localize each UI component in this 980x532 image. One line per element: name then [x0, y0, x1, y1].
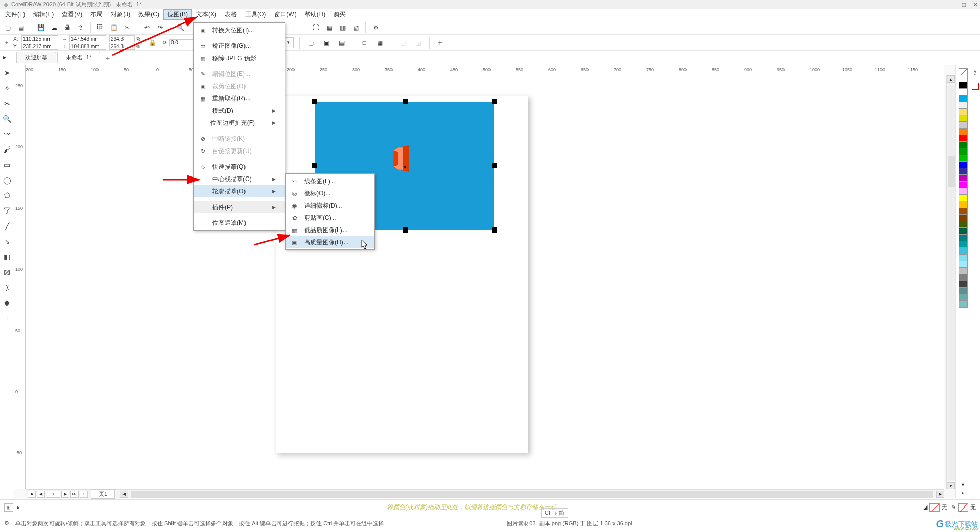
- crop-tool[interactable]: ✂: [2, 98, 13, 109]
- color-swatch[interactable]: [959, 247, 968, 255]
- menuitem-straighten-image[interactable]: ▭矫正图像(G)...: [194, 40, 285, 52]
- fill-indicator[interactable]: ◢ 无: [923, 503, 947, 512]
- freehand-tool[interactable]: 〰: [2, 129, 13, 140]
- paste-button[interactable]: 📋: [108, 22, 119, 33]
- color-swatch[interactable]: [959, 161, 968, 168]
- zoom-tool[interactable]: 🔍: [2, 113, 13, 124]
- palette-options-icon[interactable]: ▸: [962, 490, 964, 495]
- tab-welcome[interactable]: 欢迎屏幕: [16, 52, 56, 63]
- menuitem-low-quality[interactable]: ▩低品质图像(L)...: [286, 224, 374, 236]
- ruler-corner[interactable]: [14, 65, 26, 75]
- eyedropper-docker-icon[interactable]: ⁒: [974, 69, 976, 77]
- color-swatch[interactable]: [959, 201, 968, 208]
- fill-color-box[interactable]: [929, 503, 940, 512]
- menu-buy[interactable]: 购买: [329, 9, 350, 20]
- page-1-tab[interactable]: 页1: [91, 489, 115, 499]
- handle-top-middle[interactable]: [403, 99, 408, 104]
- handle-middle-right[interactable]: [492, 163, 497, 168]
- tab-home-icon[interactable]: ▸: [3, 54, 12, 63]
- color-swatch[interactable]: [959, 281, 968, 288]
- ellipse-tool[interactable]: ◯: [2, 174, 13, 186]
- minimize-button[interactable]: ―: [949, 1, 955, 8]
- menuitem-convert-to-bitmap[interactable]: ▣转换为位图(I)...: [194, 24, 285, 36]
- cloud-button[interactable]: ☁: [48, 22, 60, 33]
- handle-top-left[interactable]: [312, 99, 317, 104]
- color-swatch[interactable]: [959, 121, 968, 129]
- menu-text[interactable]: 文本(X): [192, 9, 220, 20]
- fullscreen-button[interactable]: ⛶: [310, 22, 322, 33]
- navigator-button[interactable]: ⊞: [4, 503, 13, 512]
- color-swatch[interactable]: [959, 221, 968, 228]
- shape-tool[interactable]: ✧: [2, 83, 13, 94]
- vertical-ruler[interactable]: 250200150100500-50: [14, 75, 26, 489]
- color-swatch[interactable]: [959, 261, 968, 268]
- add-page-button[interactable]: +: [80, 491, 88, 498]
- tab-document[interactable]: 未命名 -1*: [57, 52, 100, 63]
- height-input[interactable]: 104.888 mm: [69, 43, 106, 50]
- scroll-left-button[interactable]: ◀: [120, 491, 128, 498]
- lock-ratio-button[interactable]: 🔒: [146, 37, 158, 49]
- color-swatch[interactable]: [959, 88, 968, 95]
- text-tool[interactable]: 字: [2, 205, 13, 216]
- more-button[interactable]: ▸: [17, 504, 20, 510]
- menuitem-centerline-trace[interactable]: 中心线描摹(C)▶: [194, 173, 285, 185]
- scroll-up-button[interactable]: ▲: [947, 75, 955, 83]
- new-button[interactable]: ▢: [2, 22, 13, 33]
- menu-edit[interactable]: 编辑(E): [29, 9, 58, 20]
- vscroll-thumb[interactable]: [948, 156, 955, 187]
- order-back-button[interactable]: ◲: [412, 37, 424, 49]
- options-button[interactable]: ⚙: [370, 22, 381, 33]
- menu-table[interactable]: 表格: [220, 9, 241, 20]
- undo-button[interactable]: ↶: [141, 22, 153, 33]
- color-swatch[interactable]: [959, 194, 968, 201]
- color-swatch[interactable]: [959, 294, 968, 301]
- settings-icon[interactable]: ⚙: [4, 520, 12, 528]
- toolbox-more-button[interactable]: +: [2, 312, 13, 323]
- menuitem-quick-trace[interactable]: ◇快速描摹(Q): [194, 161, 285, 173]
- order-front-button[interactable]: ◱: [397, 37, 409, 49]
- rectangle-tool[interactable]: ▭: [2, 159, 13, 170]
- palette-scroll-down-icon[interactable]: ▼: [961, 482, 965, 487]
- maximize-button[interactable]: □: [962, 1, 966, 8]
- save-button[interactable]: 💾: [35, 22, 46, 33]
- crop-bitmap-button[interactable]: ▣: [320, 37, 332, 49]
- polygon-tool[interactable]: ⬠: [2, 190, 13, 201]
- color-swatch[interactable]: [959, 181, 968, 188]
- color-swatch[interactable]: [959, 241, 968, 248]
- wrap-text-button[interactable]: □: [358, 37, 371, 49]
- transparency-tool[interactable]: ▨: [2, 266, 13, 277]
- menuitem-plugins[interactable]: 插件(P)▶: [194, 201, 285, 213]
- handle-top-right[interactable]: [492, 99, 497, 104]
- menuitem-mode[interactable]: 模式(D)▶: [194, 105, 285, 117]
- hscroll-track[interactable]: [131, 491, 933, 498]
- snap-button[interactable]: ▧: [350, 22, 361, 33]
- search-button[interactable]: 🔍: [175, 22, 186, 33]
- menuitem-clipart[interactable]: ✿剪贴画(C)...: [286, 212, 374, 224]
- color-swatch[interactable]: [959, 168, 968, 175]
- color-swatch[interactable]: [959, 128, 968, 135]
- interactive-fill-tool[interactable]: ◆: [2, 297, 13, 308]
- close-button[interactable]: ✕: [973, 1, 978, 8]
- menuitem-resample[interactable]: ▦重新取样(R)...: [194, 92, 285, 105]
- color-swatch[interactable]: [959, 300, 968, 308]
- color-swatch[interactable]: [959, 274, 968, 281]
- x-input[interactable]: 110.125 mm: [21, 35, 58, 42]
- menuitem-inflate-bitmap[interactable]: 位图边框扩充(F)▶: [194, 117, 285, 129]
- color-swatch[interactable]: [959, 102, 968, 109]
- color-swatch[interactable]: [959, 227, 968, 235]
- color-swatch[interactable]: [959, 155, 968, 162]
- guides-button[interactable]: ▥: [337, 22, 348, 33]
- menu-tools[interactable]: 工具(O): [241, 9, 270, 20]
- horizontal-ruler[interactable]: 2001501005005010015020025030035040045050…: [26, 65, 944, 75]
- handle-bottom-right[interactable]: [492, 227, 497, 233]
- color-eyedropper-tool[interactable]: ⁒: [2, 282, 13, 293]
- color-swatch[interactable]: [959, 115, 968, 122]
- edit-bitmap-button[interactable]: ▢: [305, 37, 317, 49]
- color-swatch[interactable]: [959, 141, 968, 148]
- color-swatch[interactable]: [959, 95, 968, 102]
- next-page-button[interactable]: ▶: [61, 491, 69, 498]
- copy-button[interactable]: ⿻: [95, 22, 106, 33]
- scroll-right-button[interactable]: ▶: [936, 491, 944, 498]
- pick-tool[interactable]: ➤: [2, 67, 13, 79]
- handle-bottom-middle[interactable]: [403, 227, 408, 233]
